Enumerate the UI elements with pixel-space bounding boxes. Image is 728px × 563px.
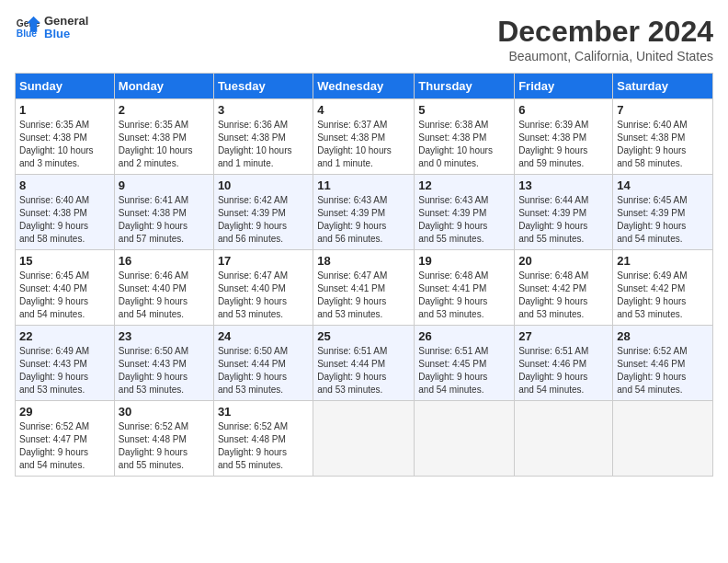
calendar-cell [613,401,713,477]
calendar-cell: 24Sunrise: 6:50 AM Sunset: 4:44 PM Dayli… [213,326,313,401]
day-info: Sunrise: 6:50 AM Sunset: 4:43 PM Dayligh… [119,345,210,396]
calendar-cell [415,401,515,477]
calendar-cell: 20Sunrise: 6:48 AM Sunset: 4:42 PM Dayli… [515,250,613,326]
day-number: 24 [218,329,309,343]
calendar-cell: 8Sunrise: 6:40 AM Sunset: 4:38 PM Daylig… [16,175,115,250]
day-info: Sunrise: 6:47 AM Sunset: 4:41 PM Dayligh… [317,270,410,321]
day-number: 29 [19,405,110,419]
day-info: Sunrise: 6:52 AM Sunset: 4:48 PM Dayligh… [218,420,309,472]
calendar-cell: 1Sunrise: 6:35 AM Sunset: 4:38 PM Daylig… [16,99,115,175]
day-info: Sunrise: 6:51 AM Sunset: 4:45 PM Dayligh… [418,345,510,396]
calendar-cell [515,401,613,477]
header-wednesday: Wednesday [313,74,415,99]
day-number: 13 [518,178,609,192]
day-number: 9 [119,178,210,192]
day-info: Sunrise: 6:48 AM Sunset: 4:42 PM Dayligh… [518,270,609,321]
day-info: Sunrise: 6:52 AM Sunset: 4:46 PM Dayligh… [617,345,709,396]
day-info: Sunrise: 6:42 AM Sunset: 4:39 PM Dayligh… [218,194,309,246]
day-number: 16 [119,254,210,268]
day-number: 20 [518,254,609,268]
calendar-cell: 7Sunrise: 6:40 AM Sunset: 4:38 PM Daylig… [613,99,713,175]
header-saturday: Saturday [613,74,713,99]
header: General Blue General Blue December 2024 … [15,15,713,63]
day-info: Sunrise: 6:38 AM Sunset: 4:38 PM Dayligh… [418,119,510,170]
day-number: 3 [218,103,309,117]
day-info: Sunrise: 6:51 AM Sunset: 4:44 PM Dayligh… [317,345,410,396]
day-number: 12 [418,178,510,192]
calendar-cell: 13Sunrise: 6:44 AM Sunset: 4:39 PM Dayli… [515,175,613,250]
calendar-week-2: 8Sunrise: 6:40 AM Sunset: 4:38 PM Daylig… [16,175,713,250]
day-info: Sunrise: 6:40 AM Sunset: 4:38 PM Dayligh… [617,119,709,170]
day-number: 14 [617,178,709,192]
day-number: 23 [119,329,210,343]
day-number: 17 [218,254,309,268]
day-info: Sunrise: 6:44 AM Sunset: 4:39 PM Dayligh… [518,194,609,246]
calendar-cell: 31Sunrise: 6:52 AM Sunset: 4:48 PM Dayli… [213,401,313,477]
calendar-cell: 25Sunrise: 6:51 AM Sunset: 4:44 PM Dayli… [313,326,415,401]
day-number: 21 [617,254,709,268]
day-number: 19 [418,254,510,268]
logo-line1: General [44,15,88,28]
day-info: Sunrise: 6:47 AM Sunset: 4:40 PM Dayligh… [218,270,309,321]
day-info: Sunrise: 6:35 AM Sunset: 4:38 PM Dayligh… [19,119,110,170]
logo-line2: Blue [44,28,88,40]
calendar-cell: 23Sunrise: 6:50 AM Sunset: 4:43 PM Dayli… [114,326,213,401]
day-number: 22 [19,329,110,343]
day-info: Sunrise: 6:43 AM Sunset: 4:39 PM Dayligh… [317,194,410,246]
day-info: Sunrise: 6:39 AM Sunset: 4:38 PM Dayligh… [518,119,609,170]
day-info: Sunrise: 6:51 AM Sunset: 4:46 PM Dayligh… [518,345,609,396]
day-info: Sunrise: 6:40 AM Sunset: 4:38 PM Dayligh… [19,194,110,246]
calendar-cell: 29Sunrise: 6:52 AM Sunset: 4:47 PM Dayli… [16,401,115,477]
day-number: 2 [119,103,210,117]
day-info: Sunrise: 6:36 AM Sunset: 4:38 PM Dayligh… [218,119,309,170]
calendar-cell: 6Sunrise: 6:39 AM Sunset: 4:38 PM Daylig… [515,99,613,175]
day-number: 10 [218,178,309,192]
day-info: Sunrise: 6:49 AM Sunset: 4:42 PM Dayligh… [617,270,709,321]
calendar-cell: 21Sunrise: 6:49 AM Sunset: 4:42 PM Dayli… [613,250,713,326]
day-number: 28 [617,329,709,343]
header-tuesday: Tuesday [213,74,313,99]
day-info: Sunrise: 6:37 AM Sunset: 4:38 PM Dayligh… [317,119,410,170]
day-info: Sunrise: 6:52 AM Sunset: 4:48 PM Dayligh… [119,420,210,472]
calendar-cell: 14Sunrise: 6:45 AM Sunset: 4:39 PM Dayli… [613,175,713,250]
header-thursday: Thursday [415,74,515,99]
day-number: 26 [418,329,510,343]
header-sunday: Sunday [16,74,115,99]
calendar-cell: 4Sunrise: 6:37 AM Sunset: 4:38 PM Daylig… [313,99,415,175]
calendar-cell: 18Sunrise: 6:47 AM Sunset: 4:41 PM Dayli… [313,250,415,326]
header-monday: Monday [114,74,213,99]
calendar-cell: 26Sunrise: 6:51 AM Sunset: 4:45 PM Dayli… [415,326,515,401]
calendar-cell: 11Sunrise: 6:43 AM Sunset: 4:39 PM Dayli… [313,175,415,250]
day-info: Sunrise: 6:48 AM Sunset: 4:41 PM Dayligh… [418,270,510,321]
day-number: 27 [518,329,609,343]
day-number: 7 [617,103,709,117]
calendar-week-1: 1Sunrise: 6:35 AM Sunset: 4:38 PM Daylig… [16,99,713,175]
day-info: Sunrise: 6:43 AM Sunset: 4:39 PM Dayligh… [418,194,510,246]
day-info: Sunrise: 6:50 AM Sunset: 4:44 PM Dayligh… [218,345,309,396]
day-number: 5 [418,103,510,117]
calendar-table: SundayMondayTuesdayWednesdayThursdayFrid… [15,73,713,477]
calendar-cell: 5Sunrise: 6:38 AM Sunset: 4:38 PM Daylig… [415,99,515,175]
day-number: 15 [19,254,110,268]
calendar-cell: 19Sunrise: 6:48 AM Sunset: 4:41 PM Dayli… [415,250,515,326]
page-subtitle: Beaumont, California, United States [497,49,713,63]
day-info: Sunrise: 6:45 AM Sunset: 4:40 PM Dayligh… [19,270,110,321]
day-info: Sunrise: 6:35 AM Sunset: 4:38 PM Dayligh… [119,119,210,170]
header-friday: Friday [515,74,613,99]
calendar-cell: 10Sunrise: 6:42 AM Sunset: 4:39 PM Dayli… [213,175,313,250]
calendar-cell: 28Sunrise: 6:52 AM Sunset: 4:46 PM Dayli… [613,326,713,401]
calendar-cell: 16Sunrise: 6:46 AM Sunset: 4:40 PM Dayli… [114,250,213,326]
day-info: Sunrise: 6:46 AM Sunset: 4:40 PM Dayligh… [119,270,210,321]
day-number: 4 [317,103,410,117]
calendar-header-row: SundayMondayTuesdayWednesdayThursdayFrid… [16,74,713,99]
day-number: 31 [218,405,309,419]
calendar-week-5: 29Sunrise: 6:52 AM Sunset: 4:47 PM Dayli… [16,401,713,477]
day-number: 8 [19,178,110,192]
calendar-cell: 22Sunrise: 6:49 AM Sunset: 4:43 PM Dayli… [16,326,115,401]
day-number: 25 [317,329,410,343]
page-title: December 2024 [497,15,713,49]
day-number: 11 [317,178,410,192]
calendar-week-3: 15Sunrise: 6:45 AM Sunset: 4:40 PM Dayli… [16,250,713,326]
title-area: December 2024 Beaumont, California, Unit… [497,15,713,63]
calendar-cell: 15Sunrise: 6:45 AM Sunset: 4:40 PM Dayli… [16,250,115,326]
